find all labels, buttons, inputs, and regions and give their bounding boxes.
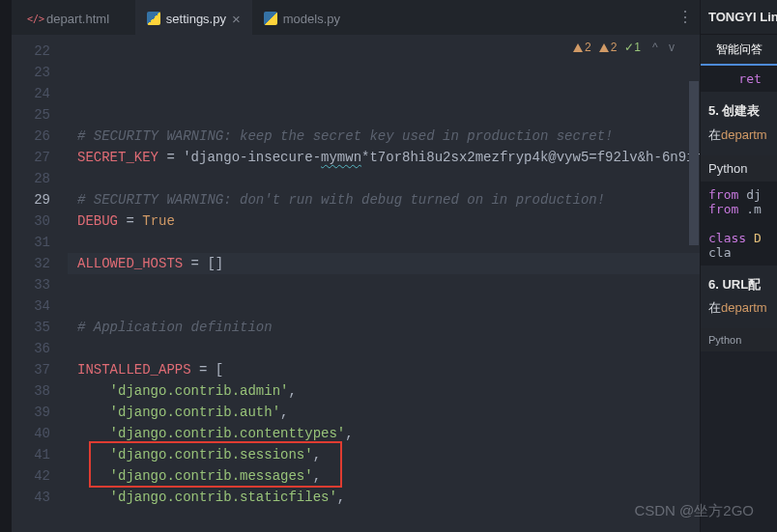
html-icon xyxy=(27,12,41,25)
warning-icon[interactable]: 2 xyxy=(599,41,618,54)
line-numbers: 2223242526272829303132333435363738394041… xyxy=(12,35,68,532)
side-section-6: 6. URL配 在departm xyxy=(701,266,777,329)
side-code-header: Python xyxy=(701,155,777,182)
warning-icon[interactable]: 2 xyxy=(573,41,591,54)
code-area[interactable]: # SECURITY WARNING: keep the secret key … xyxy=(68,35,700,532)
section-heading: 6. URL配 xyxy=(708,275,769,295)
inspection-status[interactable]: 2 2 ✓1 ^ v xyxy=(573,41,678,54)
tab-models-py[interactable]: models.py × xyxy=(252,0,366,35)
side-panel-title: TONGYI Lin xyxy=(701,0,777,35)
scrollbar-thumb[interactable] xyxy=(689,81,699,245)
nav-arrows[interactable]: ^ v xyxy=(652,41,678,54)
tabs-more-button[interactable]: ⋮ xyxy=(671,0,700,35)
section-heading: 5. 创建表 xyxy=(708,101,769,122)
tab-label: depart.html xyxy=(46,12,109,26)
side-code-block: from djfrom .m class D cla xyxy=(701,182,777,266)
check-icon[interactable]: ✓1 xyxy=(624,41,641,54)
tab-label: settings.py xyxy=(166,12,226,26)
tab-depart-html[interactable]: depart.html × xyxy=(15,0,135,35)
python-tag: Python xyxy=(701,328,777,351)
side-tab-chat[interactable]: 智能问答 xyxy=(701,35,777,66)
main-editor-area: depart.html × settings.py × models.py × … xyxy=(12,0,700,532)
editor[interactable]: 2 2 ✓1 ^ v 22232425262728293031323334353… xyxy=(12,35,700,532)
vertical-scrollbar[interactable] xyxy=(688,35,700,532)
tab-label: models.py xyxy=(283,12,340,26)
editor-tabs: depart.html × settings.py × models.py × … xyxy=(12,0,700,35)
tab-settings-py[interactable]: settings.py × xyxy=(135,0,252,35)
python-icon xyxy=(147,12,160,25)
close-icon[interactable]: × xyxy=(232,11,241,27)
side-section-5: 5. 创建表 在departm xyxy=(701,92,777,155)
python-icon xyxy=(264,12,277,25)
left-gutter xyxy=(0,0,12,532)
side-code-snippet: ret xyxy=(701,66,777,92)
side-panel: TONGYI Lin 智能问答 ret 5. 创建表 在departm Pyth… xyxy=(700,0,777,532)
